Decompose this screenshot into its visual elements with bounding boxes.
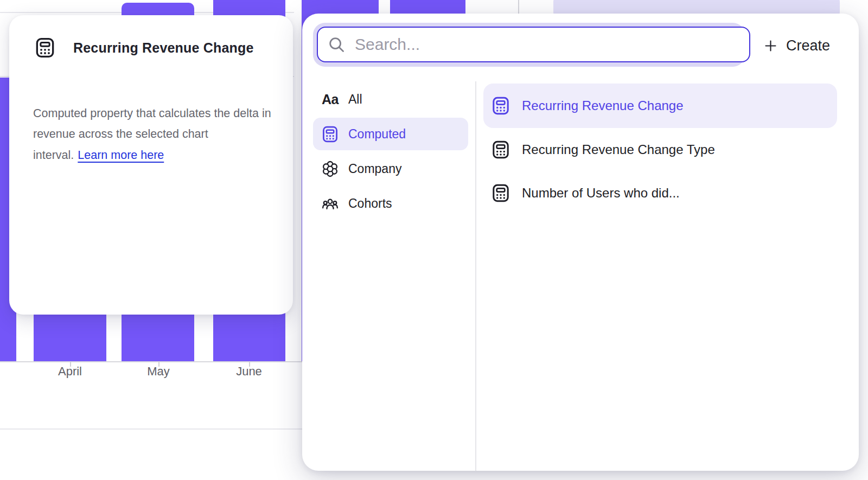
filter-list: Aa All Computed Company Cohorts — [313, 83, 468, 220]
x-axis-label-april: April — [58, 364, 82, 379]
text-aa-icon: Aa — [321, 91, 339, 108]
learn-more-link[interactable]: Learn more here — [78, 149, 164, 162]
create-button-label: Create — [786, 37, 830, 54]
search-input[interactable] — [354, 35, 749, 54]
filter-label: All — [348, 92, 362, 107]
result-label: Recurring Revenue Change Type — [522, 142, 715, 157]
filter-item-company[interactable]: Company — [313, 152, 468, 185]
property-search-modal: Create Aa All Computed Company Cohorts — [302, 14, 859, 471]
search-input-glow — [313, 23, 745, 67]
filter-item-cohorts[interactable]: Cohorts — [313, 187, 468, 220]
filter-label: Company — [348, 162, 401, 176]
background-divider — [0, 428, 304, 430]
calculator-icon — [34, 37, 56, 59]
filter-label: Cohorts — [348, 196, 392, 211]
result-label: Number of Users who did... — [522, 185, 680, 201]
company-icon — [321, 160, 339, 178]
cohorts-icon — [321, 195, 339, 213]
property-tooltip-card: Recurring Revenue Change Computed proper… — [9, 15, 293, 315]
result-item-number-of-users[interactable]: Number of Users who did... — [483, 171, 837, 215]
tooltip-description: Computed property that calculates the de… — [33, 103, 275, 166]
filter-label: Computed — [348, 127, 406, 142]
tooltip-header: Recurring Revenue Change — [34, 37, 254, 59]
result-list: Recurring Revenue Change Recurring Reven… — [483, 84, 837, 215]
filter-item-all[interactable]: Aa All — [313, 83, 468, 116]
search-icon — [328, 36, 345, 53]
create-button[interactable]: Create — [759, 33, 834, 58]
calculator-icon — [491, 96, 510, 116]
background-panel-divider — [518, 0, 519, 15]
result-item-recurring-revenue-change[interactable]: Recurring Revenue Change — [483, 84, 837, 128]
tooltip-title: Recurring Revenue Change — [73, 40, 254, 56]
plus-icon — [763, 39, 778, 53]
calculator-icon — [491, 140, 510, 159]
result-label: Recurring Revenue Change — [522, 98, 684, 113]
calculator-icon — [491, 183, 510, 203]
search-box[interactable] — [317, 27, 750, 62]
x-axis-line — [0, 361, 304, 362]
app-screen: April May June Recurring Revenue Change … — [0, 0, 868, 480]
x-axis-label-may: May — [147, 364, 170, 379]
modal-column-divider — [475, 81, 476, 471]
result-item-recurring-revenue-change-type[interactable]: Recurring Revenue Change Type — [483, 128, 837, 171]
x-axis-label-june: June — [236, 364, 262, 379]
filter-item-computed[interactable]: Computed — [313, 118, 468, 150]
calculator-icon — [321, 125, 339, 143]
